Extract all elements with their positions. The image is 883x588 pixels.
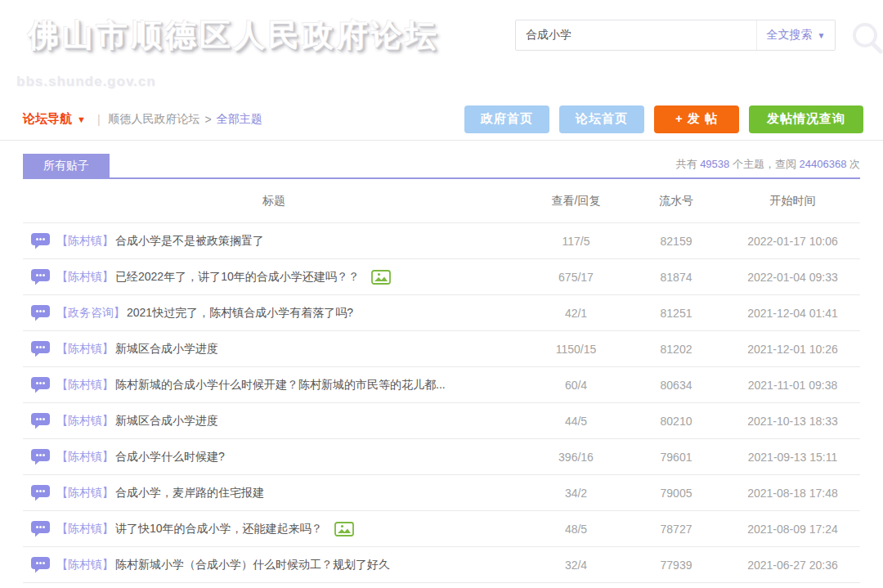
topic-views-replies: 42/1 <box>525 307 627 320</box>
topic-title-link[interactable]: 已经2022年了，讲了10年的合成小学还建吗？？ <box>115 270 360 285</box>
topic-views-replies: 117/5 <box>525 235 627 248</box>
topic-category[interactable]: 【陈村镇】 <box>56 378 114 393</box>
new-post-button[interactable]: + 发 帖 <box>654 105 739 133</box>
topic-views-replies: 60/4 <box>525 379 627 392</box>
topic-title-link[interactable]: 合成小学什么时候建? <box>115 450 225 465</box>
topic-stats: 共有 49538 个主题，查阅 24406368 次 <box>676 157 860 177</box>
topic-title-link[interactable]: 新城区合成小学进度 <box>115 342 218 357</box>
topic-start-time: 2021-08-18 17:48 <box>725 487 860 500</box>
forum-home-button[interactable]: 论坛首页 <box>559 105 644 133</box>
search-input[interactable] <box>516 20 756 50</box>
table-row: 【陈村镇】 新城区合成小学进度 1150/15 81202 2021-12-01… <box>23 331 860 367</box>
chevron-down-icon: ▼ <box>818 31 826 40</box>
speech-bubble-icon <box>31 521 50 537</box>
forum-page: 佛山市顺德区人民政府论坛 bbs.shunde.gov.cn 全文搜索 ▼ 论坛… <box>0 0 883 588</box>
topic-views-replies: 396/16 <box>525 451 627 464</box>
table-row: 【陈村镇】 新城区合成小学进度 44/5 80210 2021-10-13 18… <box>23 403 860 439</box>
topic-start-time: 2021-06-27 20:36 <box>725 559 860 572</box>
topic-category[interactable]: 【陈村镇】 <box>56 450 114 465</box>
topic-title-link[interactable]: 合成小学是不是被政策搁置了 <box>115 234 264 249</box>
topic-serial: 78727 <box>627 523 725 536</box>
breadcrumb-root[interactable]: 顺德人民政府论坛 <box>109 112 200 127</box>
topic-views-replies: 675/17 <box>525 271 627 284</box>
tab-all-posts[interactable]: 所有贴子 <box>23 154 110 177</box>
column-header-title: 标题 <box>23 194 525 209</box>
topic-views-replies: 34/2 <box>525 487 627 500</box>
image-attachment-icon <box>371 270 391 285</box>
column-header-serial: 流水号 <box>627 194 725 209</box>
post-query-button[interactable]: 发帖情况查询 <box>749 105 863 133</box>
table-row: 【陈村镇】 合成小学什么时候建? 396/16 79601 2021-09-13… <box>23 439 860 475</box>
speech-bubble-icon <box>31 305 50 321</box>
speech-bubble-icon <box>31 341 50 357</box>
search-mode-label: 全文搜索 <box>767 28 813 43</box>
topic-category[interactable]: 【陈村镇】 <box>56 522 114 536</box>
topic-title-link[interactable]: 讲了快10年的合成小学，还能建起来吗？ <box>115 522 323 536</box>
speech-bubble-icon <box>31 233 50 249</box>
breadcrumb-separator: | <box>97 113 101 126</box>
topic-serial: 79005 <box>627 487 725 500</box>
breadcrumb: 论坛导航▼ | 顺德人民政府论坛 > 全部主题 <box>23 111 262 127</box>
topic-start-time: 2021-08-09 17:24 <box>725 523 860 536</box>
topic-title-link[interactable]: 陈村新城的合成小学什么时候开建？陈村新城的市民等的花儿都... <box>115 378 446 393</box>
topic-title-link[interactable]: 新城区合成小学进度 <box>115 414 218 429</box>
topic-serial: 79601 <box>627 451 725 464</box>
table-row: 【陈村镇】 已经2022年了，讲了10年的合成小学还建吗？？ 675/17 81… <box>23 259 860 295</box>
site-url: bbs.shunde.gov.cn <box>16 74 156 90</box>
topic-serial: 81202 <box>627 343 725 356</box>
topic-start-time: 2021-11-01 09:38 <box>725 379 860 392</box>
speech-bubble-icon <box>31 449 50 465</box>
table-row: 【政务咨询】 2021快过完了，陈村镇合成小学有着落了吗? 42/1 81251… <box>23 295 860 331</box>
nav-buttons: 政府首页 论坛首页 + 发 帖 发帖情况查询 <box>464 105 863 133</box>
table-row: 【陈村镇】 陈村新城小学（合成小学）什么时候动工？规划了好久 32/4 7793… <box>23 547 860 583</box>
speech-bubble-icon <box>31 413 50 429</box>
topic-title-link[interactable]: 合成小学，麦岸路的住宅报建 <box>115 486 264 500</box>
topic-category[interactable]: 【政务咨询】 <box>56 306 125 321</box>
topic-serial: 81874 <box>627 271 725 284</box>
table-row: 【陈村镇】 合成小学是不是被政策搁置了 117/5 82159 2022-01-… <box>23 223 860 259</box>
chevron-down-icon: ▼ <box>77 114 86 124</box>
table-row: 【陈村镇】 讲了快10年的合成小学，还能建起来吗？ 48/5 78727 202… <box>23 511 860 547</box>
topic-serial: 80634 <box>627 379 725 392</box>
topic-category[interactable]: 【陈村镇】 <box>56 270 114 285</box>
topic-views-replies: 32/4 <box>525 559 627 572</box>
site-title: 佛山市顺德区人民政府论坛 <box>28 15 440 56</box>
tab-bar: 所有贴子 共有 49538 个主题，查阅 24406368 次 <box>23 154 860 179</box>
topic-start-time: 2021-12-04 01:41 <box>725 307 860 320</box>
forum-nav-menu[interactable]: 论坛导航▼ <box>23 111 86 127</box>
topic-start-time: 2021-10-13 18:33 <box>725 415 860 428</box>
topic-start-time: 2022-01-04 09:33 <box>725 271 860 284</box>
topic-rows: 【陈村镇】 合成小学是不是被政策搁置了 117/5 82159 2022-01-… <box>23 223 860 583</box>
speech-bubble-icon <box>31 269 50 285</box>
topic-category[interactable]: 【陈村镇】 <box>56 486 114 500</box>
site-header: 佛山市顺德区人民政府论坛 bbs.shunde.gov.cn 全文搜索 ▼ <box>0 0 883 98</box>
topic-category[interactable]: 【陈村镇】 <box>56 558 114 572</box>
nav-row: 论坛导航▼ | 顺德人民政府论坛 > 全部主题 政府首页 论坛首页 + 发 帖 … <box>0 98 883 141</box>
topic-category[interactable]: 【陈村镇】 <box>56 342 114 357</box>
topic-category[interactable]: 【陈村镇】 <box>56 234 114 249</box>
topic-title-link[interactable]: 2021快过完了，陈村镇合成小学有着落了吗? <box>127 306 353 321</box>
topic-table: 标题 查看/回复 流水号 开始时间 【陈村镇】 合成小学是不是被政策搁置了 <box>23 179 860 583</box>
search-mode-dropdown[interactable]: 全文搜索 ▼ <box>756 20 835 50</box>
topic-views-replies: 44/5 <box>525 415 627 428</box>
speech-bubble-icon <box>31 377 50 393</box>
image-attachment-icon <box>334 522 354 536</box>
breadcrumb-current[interactable]: 全部主题 <box>217 112 262 127</box>
topic-serial: 81251 <box>627 307 725 320</box>
topic-start-time: 2021-09-13 15:11 <box>725 451 860 464</box>
column-header-views: 查看/回复 <box>525 194 627 209</box>
gov-home-button[interactable]: 政府首页 <box>464 105 549 133</box>
search-box: 全文搜索 ▼ <box>515 20 836 51</box>
topic-serial: 82159 <box>627 235 725 248</box>
view-count: 24406368 <box>800 158 847 170</box>
topic-views-replies: 48/5 <box>525 523 627 536</box>
topic-count: 49538 <box>700 158 729 170</box>
topic-title-link[interactable]: 陈村新城小学（合成小学）什么时候动工？规划了好久 <box>115 558 390 572</box>
topic-start-time: 2022-01-17 10:06 <box>725 235 860 248</box>
topic-start-time: 2021-12-01 10:26 <box>725 343 860 356</box>
topic-category[interactable]: 【陈村镇】 <box>56 414 114 429</box>
search-icon <box>849 20 883 57</box>
speech-bubble-icon <box>31 485 50 501</box>
speech-bubble-icon <box>31 557 50 573</box>
table-header: 标题 查看/回复 流水号 开始时间 <box>23 179 860 223</box>
